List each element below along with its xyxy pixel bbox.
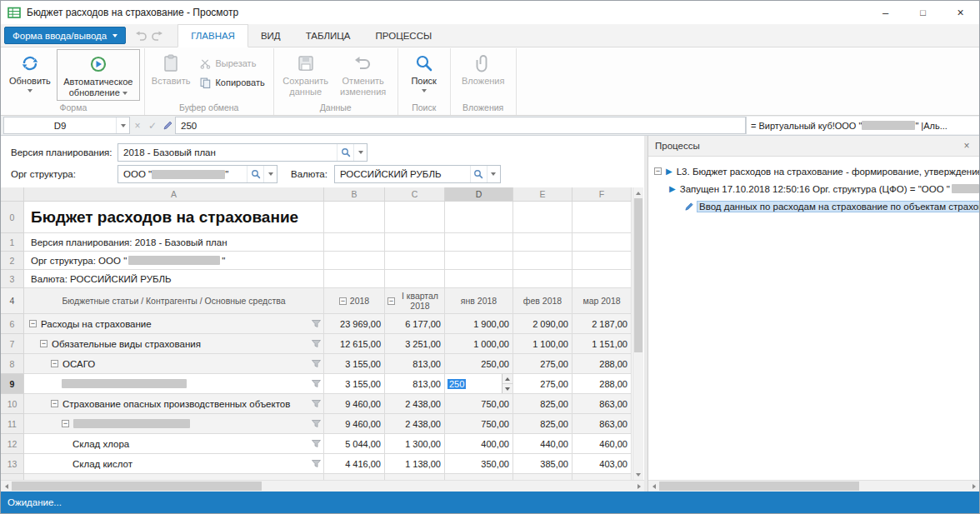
filter-icon[interactable] [312,460,321,468]
undo-icon[interactable] [132,31,149,41]
cell[interactable]: 813,00 [385,374,445,394]
scroll-down-button[interactable] [633,469,643,480]
header-feb-2018[interactable]: фев 2018 [513,288,572,314]
cell[interactable] [445,202,513,233]
search-icon[interactable] [247,166,263,182]
cell[interactable] [572,270,632,288]
cell[interactable] [513,270,572,288]
horizontal-scrollbar[interactable] [1,480,644,492]
cell[interactable]: 9 460,00 [324,414,385,434]
row-number[interactable]: 14 [1,474,24,480]
filter-icon[interactable] [312,440,321,448]
column-header-e[interactable]: E [513,187,572,202]
column-header-c[interactable]: C [385,187,445,202]
row-label-cell[interactable]: −Добровольные виды страхования [24,474,324,480]
header-budget-items[interactable]: Бюджетные статьи / Контрагенты / Основны… [24,288,324,314]
cell[interactable]: 250,00 [445,354,513,374]
cell[interactable]: 1 138,00 [385,454,445,474]
chevron-down-icon[interactable] [487,166,500,182]
cell[interactable]: 2 438,00 [385,414,445,434]
filter-icon[interactable] [312,380,321,388]
paste-button[interactable]: Вставить [149,49,193,88]
tab-tablitsa[interactable]: ТАБЛИЦА [293,24,363,47]
cell[interactable]: 3 155,00 [324,374,385,394]
spin-down-button[interactable] [502,384,512,393]
accept-entry-icon[interactable]: ✓ [145,120,160,132]
undo-changes-button[interactable]: Отменить изменения [333,49,393,99]
currency-field[interactable]: РОССИЙСКИЙ РУБЛЬ [334,165,501,183]
org-structure-field[interactable]: ООО "" [118,165,278,183]
collapse-toggle[interactable]: − [51,400,58,407]
cell[interactable] [324,233,385,252]
auto-refresh-button[interactable]: Автоматическое обновление [57,49,140,101]
cell[interactable] [513,233,572,252]
row-number[interactable]: 3 [1,270,24,288]
row-number[interactable]: 1 [1,233,24,252]
process-item[interactable]: Ввод данных по расходам на страхование п… [654,197,979,215]
cell[interactable]: 1 151,00 [572,334,632,354]
cell[interactable] [513,202,572,233]
cell[interactable]: 288,00 [572,354,632,374]
cell[interactable]: 440,00 [513,434,572,454]
header-q1-2018[interactable]: −I квартал 2018 [385,288,445,314]
row-number[interactable]: 0 [1,202,24,233]
row-label-cell[interactable] [24,374,324,394]
sheet-title[interactable]: Бюджет расходов на страхование [24,202,324,233]
header-jan-2018[interactable]: янв 2018 [445,288,513,314]
row-number[interactable]: 2 [1,252,24,270]
column-header-f[interactable]: F [572,187,632,202]
close-button[interactable]: × [942,1,979,24]
scroll-right-button[interactable] [968,481,979,492]
scroll-right-button[interactable] [633,481,644,492]
collapse-toggle[interactable]: − [40,340,48,347]
tab-glavnaya[interactable]: ГЛАВНАЯ [178,24,248,47]
cell[interactable] [385,233,445,252]
cell[interactable] [513,252,572,270]
cell[interactable]: 863,00 [572,394,632,414]
filter-icon[interactable] [312,420,321,428]
refresh-button[interactable]: Обновить [7,49,53,94]
process-item[interactable]: ▶ Запущен 17.10.2018 12:50:16 Орг. струк… [654,180,979,197]
collapse-toggle[interactable]: − [339,297,347,305]
cell[interactable]: 813,00 [385,354,445,374]
meta-version[interactable]: Версия планирования: 2018 - Базовый план [24,233,324,252]
row-label-cell[interactable]: −Страхование опасных производственных об… [24,394,324,414]
cell[interactable]: 288,00 [572,374,632,394]
cell[interactable]: 4 416,00 [324,454,385,474]
row-label-cell[interactable]: − [24,414,324,434]
header-mar-2018[interactable]: мар 2018 [572,288,632,314]
cell[interactable] [572,233,632,252]
search-icon[interactable] [470,166,487,182]
cell-reference-box[interactable]: D9 [3,117,130,134]
cell[interactable] [445,233,513,252]
filter-icon[interactable] [312,340,321,348]
minimize-button[interactable]: – [867,1,904,24]
collapse-toggle[interactable]: − [388,297,395,305]
select-all-corner[interactable] [1,187,24,202]
cut-button[interactable]: Вырезать [196,55,268,72]
cell[interactable] [385,252,445,270]
row-label-cell[interactable]: −Расходы на страхование [24,314,324,334]
cell-edit-value[interactable]: 250 [448,379,466,389]
cell[interactable] [324,202,385,233]
vertical-scrollbar[interactable] [632,187,643,480]
edit-formula-icon[interactable] [160,120,175,131]
cell[interactable]: 2 187,00 [572,314,632,334]
meta-currency[interactable]: Валюта: РОССИЙСКИЙ РУБЛЬ [24,270,324,288]
collapse-toggle[interactable]: − [62,420,69,427]
cell[interactable]: 6 177,00 [385,314,445,334]
cell[interactable] [385,270,445,288]
row-number[interactable]: 12 [1,434,24,454]
cell[interactable]: 3 251,00 [385,334,445,354]
scrollbar-thumb[interactable] [634,198,642,352]
spin-up-button[interactable] [502,374,512,384]
cell[interactable]: 400,00 [445,434,513,454]
cell[interactable]: 5 044,00 [324,434,385,454]
scroll-left-button[interactable] [1,481,12,492]
column-header-d[interactable]: D [445,187,513,202]
row-number[interactable]: 13 [1,454,24,474]
close-panel-icon[interactable]: × [959,140,974,152]
collapse-toggle[interactable]: − [51,360,58,367]
process-item[interactable]: − ▶ L3. Бюджет расходов на страхование -… [654,162,979,180]
row-number[interactable]: 11 [1,414,24,434]
